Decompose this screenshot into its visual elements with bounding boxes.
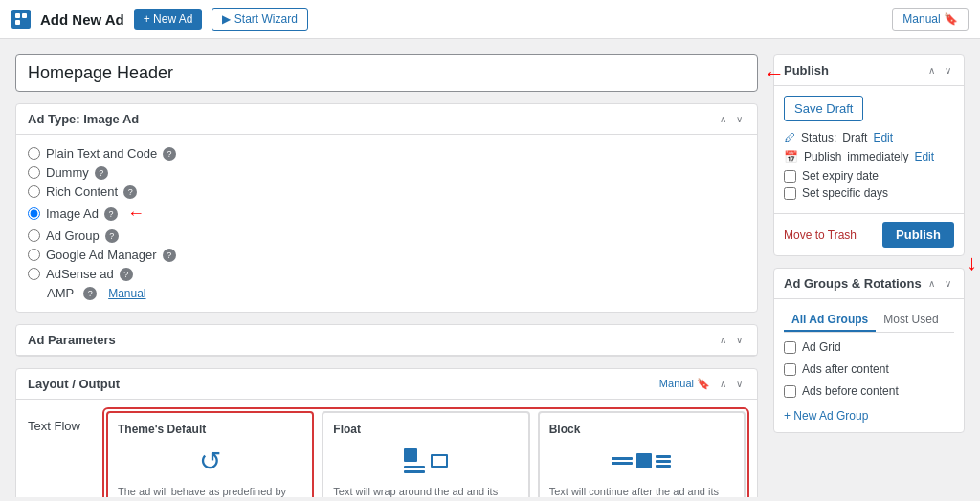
svg-rect-2	[15, 20, 20, 25]
help-adsense-icon[interactable]: ?	[120, 268, 133, 281]
publish-panel-header: Publish ∧ ∨	[774, 55, 964, 86]
radio-dummy[interactable]: Dummy ?	[28, 165, 746, 180]
manual-button-top[interactable]: Manual 🔖	[892, 8, 969, 31]
text-flow-option-block[interactable]: Block	[538, 411, 746, 497]
ad-type-collapse-up[interactable]: ∧	[717, 113, 729, 125]
ad-type-radio-group: Plain Text and Code ? Dummy ? Rich Conte…	[28, 146, 746, 300]
publish-arrow: ↓	[967, 250, 977, 275]
help-amp-icon[interactable]: ?	[83, 287, 97, 300]
radio-adgroup[interactable]: Ad Group ?	[28, 229, 746, 243]
radio-image[interactable]: Image Ad ? ←	[28, 204, 746, 224]
edit-status-link[interactable]: Edit	[873, 131, 893, 144]
amp-row: AMP ? Manual	[28, 286, 746, 300]
ad-params-header: Ad Parameters ∧ ∨	[16, 325, 757, 356]
ad-groups-panel: Ad Groups & Rotations ∧ ∨ All Ad Groups …	[773, 268, 965, 433]
help-rich-icon[interactable]: ?	[123, 185, 137, 199]
move-to-trash-link[interactable]: Move to Trash	[784, 229, 857, 242]
ag-tabs: All Ad Groups Most Used	[784, 309, 954, 333]
radio-adsense-input[interactable]	[28, 268, 40, 280]
help-dummy-icon[interactable]: ?	[95, 166, 108, 180]
radio-adgroup-input[interactable]	[28, 229, 40, 242]
expiry-label: Set expiry date	[802, 169, 879, 183]
radio-rich-input[interactable]	[28, 185, 40, 198]
option-default-title: Theme's Default	[118, 423, 302, 436]
radio-adsense[interactable]: AdSense ad ?	[28, 267, 746, 281]
publish-button[interactable]: Publish	[882, 222, 954, 248]
new-ad-group-link[interactable]: + New Ad Group	[784, 409, 954, 423]
layout-title: Layout / Output	[28, 377, 120, 391]
radio-adgroup-label: Ad Group	[46, 229, 100, 243]
new-ad-button[interactable]: + New Ad	[134, 9, 203, 30]
ag-item-2: Ads before content	[784, 384, 954, 398]
option-default-icons: ↺	[118, 444, 302, 478]
radio-image-input[interactable]	[28, 207, 40, 220]
specific-days-label: Set specific days	[802, 186, 888, 200]
ag-up[interactable]: ∧	[925, 277, 938, 290]
ad-type-panel-header: Ad Type: Image Ad ∧ ∨	[16, 104, 757, 135]
ag-label-1: Ads after content	[802, 362, 889, 376]
ag-tab-all[interactable]: All Ad Groups	[784, 309, 876, 332]
status-value: Draft	[842, 131, 867, 144]
status-icon: 🖊	[784, 131, 795, 144]
ag-tab-most-used[interactable]: Most Used	[876, 309, 946, 332]
specific-days-row: Set specific days	[784, 186, 954, 200]
option-block-icons	[549, 444, 734, 478]
help-gam-icon[interactable]: ?	[163, 249, 176, 262]
edit-time-link[interactable]: Edit	[914, 150, 934, 163]
ag-checkbox-1[interactable]	[784, 363, 796, 376]
specific-days-checkbox[interactable]	[784, 187, 796, 200]
publish-down[interactable]: ∨	[942, 64, 954, 76]
calendar-icon: 📅	[784, 150, 798, 163]
page-title: Add New Ad	[40, 11, 124, 28]
ad-params-down[interactable]: ∨	[733, 334, 746, 346]
publish-label: Publish	[804, 150, 841, 163]
radio-dummy-label: Dummy	[46, 165, 89, 180]
ag-item-0: Ad Grid	[784, 340, 954, 354]
publish-up[interactable]: ∧	[925, 64, 938, 76]
ad-params-title: Ad Parameters	[28, 333, 116, 347]
layout-down[interactable]: ∨	[733, 378, 746, 390]
option-block-desc: Text will continue after the ad and its …	[549, 486, 734, 497]
ag-panel-controls: ∧ ∨	[925, 277, 954, 290]
layout-up[interactable]: ∧	[717, 378, 729, 390]
layout-body: Text Flow Theme's Default ↺ The ad will …	[16, 400, 757, 497]
title-row: ←	[15, 54, 758, 92]
radio-dummy-input[interactable]	[28, 166, 40, 179]
radio-plain[interactable]: Plain Text and Code ?	[28, 146, 746, 161]
ad-params-up[interactable]: ∧	[717, 334, 729, 346]
option-block-title: Block	[549, 423, 734, 436]
ad-params-controls: ∧ ∨	[717, 334, 746, 346]
radio-rich-label: Rich Content	[46, 185, 118, 199]
app-logo	[11, 10, 31, 29]
ag-down[interactable]: ∨	[942, 277, 954, 290]
option-float-desc: Text will wrap around the ad and its mar…	[333, 486, 518, 497]
help-image-icon[interactable]: ?	[104, 207, 118, 221]
ag-item-1: Ads after content	[784, 362, 954, 376]
help-plain-icon[interactable]: ?	[163, 147, 176, 161]
ad-title-input[interactable]	[15, 54, 758, 92]
text-flow-option-float[interactable]: Float Text w	[322, 411, 529, 497]
status-row: 🖊 Status: Draft Edit	[784, 131, 954, 144]
radio-gam-input[interactable]	[28, 249, 40, 261]
publish-time: immediately	[847, 150, 908, 163]
publish-panel-controls: ∧ ∨	[925, 64, 954, 76]
expiry-checkbox[interactable]	[784, 170, 796, 183]
text-flow-option-default[interactable]: Theme's Default ↺ The ad will behave as …	[106, 411, 314, 497]
radio-rich[interactable]: Rich Content ?	[28, 185, 746, 199]
ag-checkbox-0[interactable]	[784, 341, 796, 354]
radio-gam-label: Google Ad Manager	[46, 248, 157, 262]
save-draft-button[interactable]: Save Draft	[784, 96, 863, 121]
layout-manual-btn[interactable]: Manual 🔖	[657, 377, 713, 391]
undo-icon: ↺	[199, 446, 221, 477]
ag-checkbox-2[interactable]	[784, 385, 796, 398]
ad-type-collapse-down[interactable]: ∨	[733, 113, 746, 125]
radio-plain-input[interactable]	[28, 147, 40, 160]
manual-link[interactable]: Manual	[108, 287, 145, 300]
start-wizard-button[interactable]: ▶ Start Wizard	[212, 8, 307, 31]
ag-label-0: Ad Grid	[802, 340, 841, 354]
help-adgroup-icon[interactable]: ?	[105, 229, 119, 243]
status-label: Status:	[801, 131, 836, 144]
ad-type-panel-body: Plain Text and Code ? Dummy ? Rich Conte…	[16, 135, 757, 312]
title-arrow: ←	[764, 61, 785, 86]
radio-gam[interactable]: Google Ad Manager ?	[28, 248, 746, 262]
